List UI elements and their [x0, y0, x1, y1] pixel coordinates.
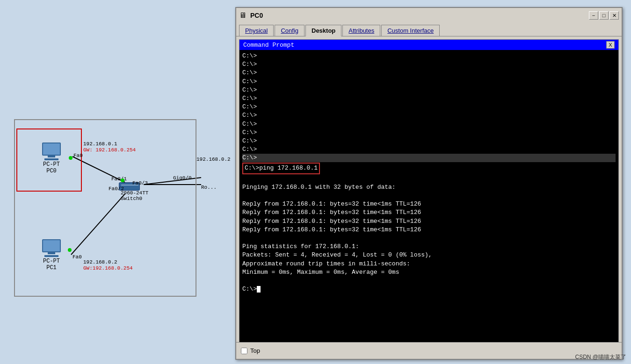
pc1-base	[44, 255, 58, 257]
cmd-highlighted-line: C:\>	[242, 154, 616, 162]
ping-reply-1: Reply from 172.168.0.1: bytes=32 time<1m…	[242, 200, 616, 208]
dialog-titlebar: 🖥 PC0 − □ ✕	[236, 8, 622, 23]
cmd-line-empty-12: C:\>	[242, 145, 616, 154]
dialog-title-left: 🖥 PC0	[239, 11, 263, 20]
pc0-link-dot	[69, 156, 73, 160]
cmd-line-empty-5: C:\>	[242, 86, 616, 94]
watermark: CSDN @喵喵太菜了	[575, 353, 626, 361]
ping-reply-2: Reply from 172.168.0.1: bytes=32 time<1m…	[242, 208, 616, 217]
cmd-titlebar: Command Prompt X	[239, 40, 618, 50]
switch0-label: 2960-24TT Switch0	[121, 190, 148, 201]
ping-blank-1	[242, 175, 616, 183]
ping-reply-4: Reply from 172.168.0.1: bytes=32 time<1m…	[242, 226, 616, 234]
pc0-fa0: Fa0	[73, 153, 83, 158]
cmd-line-empty-2: C:\>	[242, 60, 616, 69]
cmd-line-empty-6: C:\>	[242, 94, 616, 103]
top-label: Top	[250, 347, 260, 354]
pc0-base	[44, 158, 58, 160]
ping-reply-3: Reply from 172.168.0.1: bytes=32 time<1m…	[242, 217, 616, 226]
cmd-line-empty-8: C:\>	[242, 111, 616, 120]
cmd-cursor	[257, 286, 261, 293]
dialog-title-text: PC0	[250, 12, 263, 19]
maximize-button[interactable]: □	[599, 11, 609, 20]
router-ip: 192.168.0.2	[196, 157, 231, 162]
pc0-monitor	[42, 143, 61, 156]
tab-physical[interactable]: Physical	[239, 25, 274, 36]
tab-attributes[interactable]: Attributes	[342, 25, 380, 36]
cmd-line-empty-1: C:\>	[242, 52, 616, 60]
switch-fa01: Fa0/1	[111, 176, 127, 182]
pc0-icon[interactable]: PC-PT PC0	[42, 143, 61, 174]
pc0-gw: GW: 192.168.0.254	[83, 147, 136, 153]
cmd-line-empty-7: C:\>	[242, 103, 616, 111]
ping-rtt-values: Minimum = 0ms, Maximum = 0ms, Average = …	[242, 268, 616, 277]
switch-fa03: Fa0/3	[132, 180, 148, 186]
cmd-line-empty-10: C:\>	[242, 128, 616, 137]
pc0-title-icon: 🖥	[239, 11, 247, 20]
pc0-label: PC-PT PC0	[43, 161, 60, 174]
cmd-title-text: Command Prompt	[243, 42, 294, 49]
tab-bar: Physical Config Desktop Attributes Custo…	[236, 23, 622, 36]
ping-packets: Packets: Sent = 4, Received = 4, Lost = …	[242, 251, 616, 259]
cmd-close-button[interactable]: X	[606, 41, 615, 49]
ping-blank-2	[242, 192, 616, 200]
cmd-line-empty-3: C:\>	[242, 69, 616, 77]
pc0-dialog: 🖥 PC0 − □ ✕ Physical Config Desktop Attr…	[235, 7, 623, 360]
command-prompt-container: Command Prompt X C:\> C:\> C:\> C:\> C:\…	[239, 39, 619, 353]
pc1-link-dot	[68, 248, 72, 252]
pc1-icon[interactable]: PC-PT PC1	[42, 239, 61, 271]
ping-final-prompt: C:\>	[242, 285, 616, 293]
pc1-gw: GW:192.168.0.254	[83, 265, 133, 271]
tab-custom-interface[interactable]: Custom Interface	[381, 25, 440, 36]
network-diagram: PC-PT PC0 192.168.0.1 GW: 192.168.0.254 …	[0, 0, 229, 364]
dialog-close-button[interactable]: ✕	[609, 11, 619, 20]
cmd-command-line: C:\>ping 172.168.0.1	[242, 163, 320, 174]
dialog-bottom-bar: Top	[236, 342, 622, 359]
ping-header: Pinging 172.168.0.1 with 32 bytes of dat…	[242, 183, 616, 192]
minimize-button[interactable]: −	[589, 11, 598, 20]
pc1-ip: 192.168.0.2	[83, 259, 117, 265]
ping-blank-3	[242, 234, 616, 243]
cmd-body[interactable]: C:\> C:\> C:\> C:\> C:\> C:\> C:\> C:\> …	[239, 50, 618, 352]
cmd-line-empty-9: C:\>	[242, 120, 616, 128]
ping-rtt-header: Approximate round trip times in milli-se…	[242, 260, 616, 268]
ping-blank-4	[242, 277, 616, 285]
switch-gig00: Gig0/0	[173, 175, 192, 181]
switch-fa02: Fa0/2	[109, 186, 124, 192]
pc1-monitor	[42, 239, 61, 252]
switch-dot1	[121, 178, 124, 182]
pc1-label: PC-PT PC1	[43, 258, 60, 271]
pc0-ip: 192.168.0.1	[83, 141, 117, 147]
cmd-ping-output: Pinging 172.168.0.1 with 32 bytes of dat…	[242, 175, 616, 294]
router-label: Ro...	[201, 185, 217, 190]
tab-desktop[interactable]: Desktop	[305, 25, 341, 36]
tab-config[interactable]: Config	[275, 25, 305, 36]
ping-stats-header: Ping statistics for 172.168.0.1:	[242, 243, 616, 251]
cmd-line-empty-4: C:\>	[242, 78, 616, 86]
dialog-window-controls: − □ ✕	[589, 11, 619, 20]
pc1-fa0: Fa0	[73, 254, 82, 260]
top-checkbox[interactable]	[241, 348, 247, 354]
cmd-line-empty-11: C:\>	[242, 137, 616, 145]
